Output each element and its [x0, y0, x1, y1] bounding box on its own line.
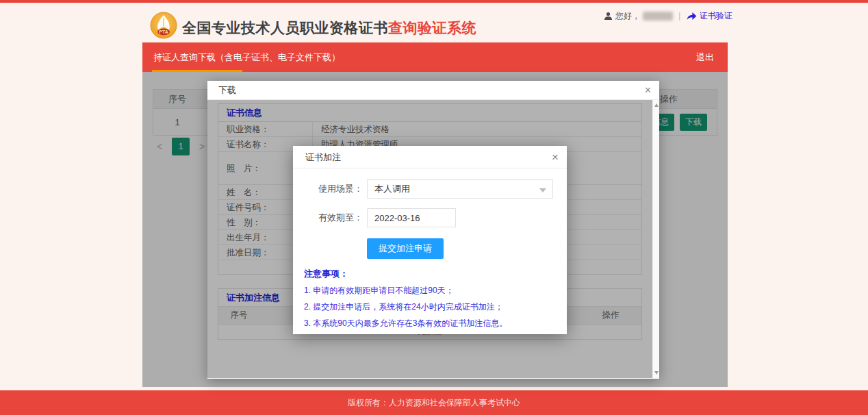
- certificate-verify-link[interactable]: 证书验证: [700, 10, 732, 22]
- user-icon: [604, 12, 613, 21]
- scroll-down-icon[interactable]: [654, 371, 659, 375]
- usage-scene-select[interactable]: 本人调用: [367, 179, 553, 199]
- page-title: 全国专业技术人员职业资格证书查询验证系统: [182, 18, 476, 38]
- notes-block: 注意事项： 1. 申请的有效期距申请日不能超过90天； 2. 提交加注申请后，系…: [304, 268, 553, 329]
- download-modal-header: 下载 ×: [207, 81, 659, 100]
- submit-annotation-button[interactable]: 提交加注申请: [367, 238, 444, 259]
- share-arrow-icon: [687, 12, 697, 21]
- nav-bar: 持证人查询下载（含电子证书、电子文件下载） 退出: [142, 42, 728, 72]
- pta-logo-icon: PTA: [150, 12, 177, 39]
- chevron-down-icon: [539, 188, 546, 192]
- download-modal-close-icon[interactable]: ×: [645, 81, 651, 100]
- modal-scrollbar[interactable]: [652, 100, 659, 378]
- valid-until-label: 有效期至：: [304, 212, 363, 224]
- note-line-2: 2. 提交加注申请后，系统将在24小时内完成证书加注；: [304, 301, 553, 313]
- annotation-modal: 证书加注 × 使用场景： 本人调用 有效期至： 2022-03-16 提交加注申…: [293, 146, 567, 334]
- separator: ｜: [676, 10, 684, 22]
- usage-scene-row: 使用场景： 本人调用: [304, 179, 553, 199]
- site-header: PTA 全国专业技术人员职业资格证书查询验证系统 您好， ｜ 证书验证: [0, 3, 868, 42]
- greeting-text: 您好，: [615, 10, 640, 22]
- nav-tab-holder-download[interactable]: 持证人查询下载（含电子证书、电子文件下载）: [153, 42, 340, 72]
- scroll-up-icon[interactable]: [654, 103, 659, 107]
- logout-button[interactable]: 退出: [696, 42, 714, 72]
- annotation-modal-header: 证书加注 ×: [293, 146, 567, 168]
- annotation-modal-body: 使用场景： 本人调用 有效期至： 2022-03-16 提交加注申请 注意事项：…: [293, 168, 567, 329]
- copyright-text: 版权所有：人力资源和社会保障部人事考试中心: [348, 397, 520, 409]
- annotation-modal-close-icon[interactable]: ×: [552, 146, 559, 168]
- annotation-modal-title: 证书加注: [305, 146, 341, 168]
- page: PTA 全国专业技术人员职业资格证书查询验证系统 您好， ｜ 证书验证 持证人查…: [0, 0, 868, 415]
- usage-scene-value: 本人调用: [374, 183, 410, 195]
- notes-title: 注意事项：: [304, 268, 553, 280]
- valid-until-value: 2022-03-16: [374, 213, 420, 223]
- page-title-main: 全国专业技术人员职业资格证书: [182, 20, 388, 36]
- page-footer: 版权所有：人力资源和社会保障部人事考试中心: [0, 390, 868, 415]
- usage-scene-label: 使用场景：: [304, 183, 363, 195]
- user-name-redacted: [643, 12, 673, 21]
- download-modal-title: 下载: [218, 81, 236, 100]
- note-line-3: 3. 本系统90天内最多允许存在3条有效的证书加注信息。: [304, 318, 553, 329]
- pta-logo: PTA: [150, 12, 177, 39]
- valid-until-row: 有效期至： 2022-03-16: [304, 208, 553, 227]
- note-line-1: 1. 申请的有效期距申请日不能超过90天；: [304, 285, 553, 297]
- valid-until-input[interactable]: 2022-03-16: [367, 208, 456, 227]
- page-title-accent: 查询验证系统: [388, 20, 476, 36]
- pta-logo-text: PTA: [159, 29, 168, 34]
- user-area: 您好， ｜ 证书验证: [604, 10, 732, 22]
